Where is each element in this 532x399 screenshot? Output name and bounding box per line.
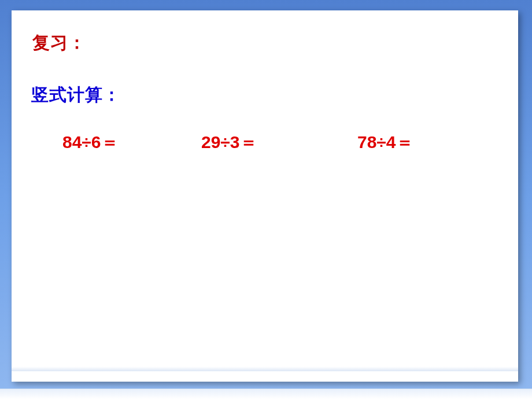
slide-content: 复习： 竖式计算： 84÷6＝ 29÷3＝ 78÷4＝: [12, 10, 518, 382]
review-title: 复习：: [32, 31, 86, 55]
equation-2: 29÷3＝: [201, 131, 357, 154]
vertical-calc-subtitle: 竖式计算：: [31, 83, 121, 107]
bottom-gradient-highlight: [12, 367, 518, 371]
bottom-decorative-band: [0, 389, 532, 399]
equation-1: 84÷6＝: [62, 131, 201, 154]
equation-3: 78÷4＝: [357, 131, 479, 154]
equations-row: 84÷6＝ 29÷3＝ 78÷4＝: [62, 131, 479, 154]
